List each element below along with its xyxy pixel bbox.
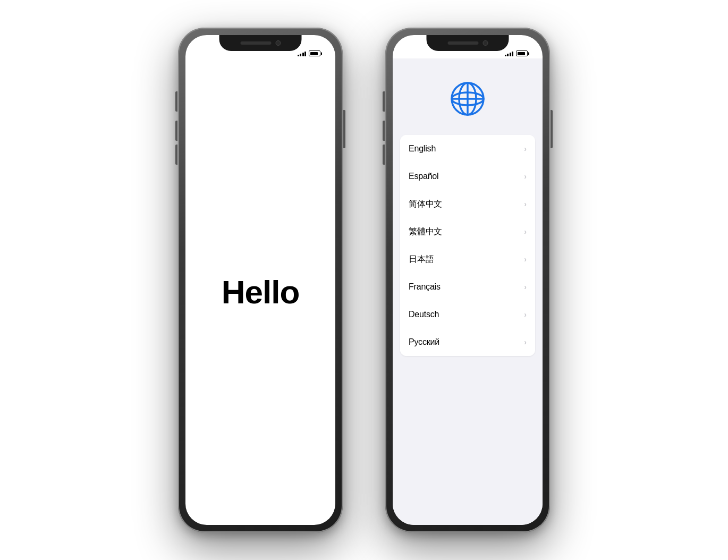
hello-text: Hello	[222, 273, 300, 311]
language-label-french: Français	[409, 282, 441, 292]
globe-area	[448, 58, 487, 135]
front-camera	[275, 40, 281, 46]
notch-2	[427, 35, 509, 51]
battery-icon	[309, 50, 320, 56]
front-camera-2	[482, 40, 488, 46]
language-item-espanol[interactable]: Español ›	[400, 163, 535, 190]
language-label-russian: Русский	[409, 337, 439, 347]
language-label-english: English	[409, 144, 436, 154]
hello-area: Hello	[185, 58, 335, 525]
phone-language: English › Español › 简体中文 › 繁體中文 › 日本語	[385, 28, 550, 532]
language-item-german[interactable]: Deutsch ›	[400, 301, 535, 328]
signal-icon	[298, 51, 307, 56]
language-item-traditional-chinese[interactable]: 繁體中文 ›	[400, 218, 535, 245]
phone-hello: Hello	[178, 28, 343, 532]
language-list-screen: English › Español › 简体中文 › 繁體中文 › 日本語	[393, 58, 543, 525]
language-screen: English › Español › 简体中文 › 繁體中文 › 日本語	[393, 35, 543, 525]
signal-icon-2	[505, 51, 514, 56]
status-icons	[298, 50, 321, 56]
globe-icon	[448, 80, 487, 118]
speaker-2	[447, 41, 478, 45]
language-item-russian[interactable]: Русский ›	[400, 328, 535, 356]
language-label-german: Deutsch	[409, 310, 439, 319]
chevron-icon-espanol: ›	[524, 172, 527, 181]
status-icons-2	[505, 50, 528, 56]
chevron-icon-english: ›	[524, 145, 527, 153]
language-list-card: English › Español › 简体中文 › 繁體中文 › 日本語	[400, 135, 535, 356]
chevron-icon-german: ›	[524, 310, 527, 319]
language-label-simplified-chinese: 简体中文	[409, 199, 442, 210]
language-item-french[interactable]: Français ›	[400, 273, 535, 301]
chevron-icon-russian: ›	[524, 338, 527, 346]
notch	[219, 35, 302, 51]
language-item-japanese[interactable]: 日本語 ›	[400, 245, 535, 273]
language-label-espanol: Español	[409, 172, 438, 181]
hello-screen: Hello	[185, 35, 335, 525]
speaker	[240, 41, 271, 45]
language-item-simplified-chinese[interactable]: 简体中文 ›	[400, 190, 535, 218]
language-item-english[interactable]: English ›	[400, 135, 535, 163]
chevron-icon-french: ›	[524, 283, 527, 291]
chevron-icon-traditional-chinese: ›	[524, 227, 527, 236]
battery-icon-2	[516, 50, 528, 56]
chevron-icon-simplified-chinese: ›	[524, 200, 527, 208]
chevron-icon-japanese: ›	[524, 255, 527, 264]
language-label-traditional-chinese: 繁體中文	[409, 226, 442, 237]
language-label-japanese: 日本語	[409, 254, 434, 265]
